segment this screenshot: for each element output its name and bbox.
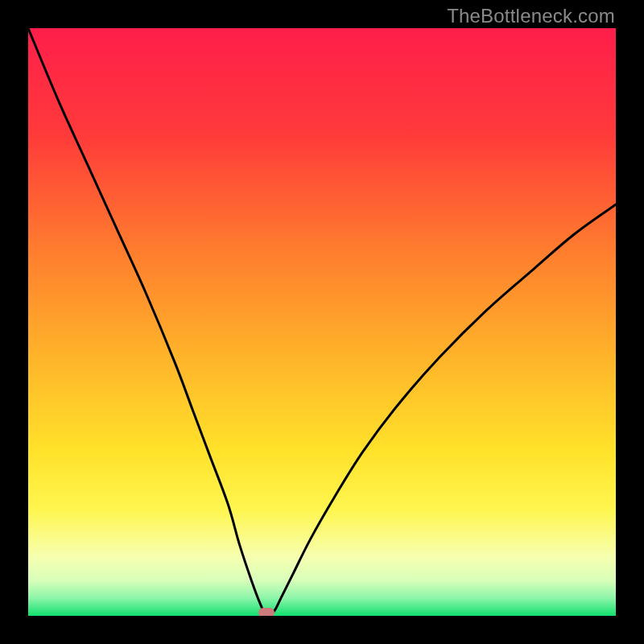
chart-frame: TheBottleneck.com: [0, 0, 644, 644]
minimum-marker: [258, 608, 275, 616]
watermark-text: TheBottleneck.com: [447, 5, 615, 27]
bottleneck-curve: [28, 28, 616, 616]
plot-area: [28, 28, 616, 616]
